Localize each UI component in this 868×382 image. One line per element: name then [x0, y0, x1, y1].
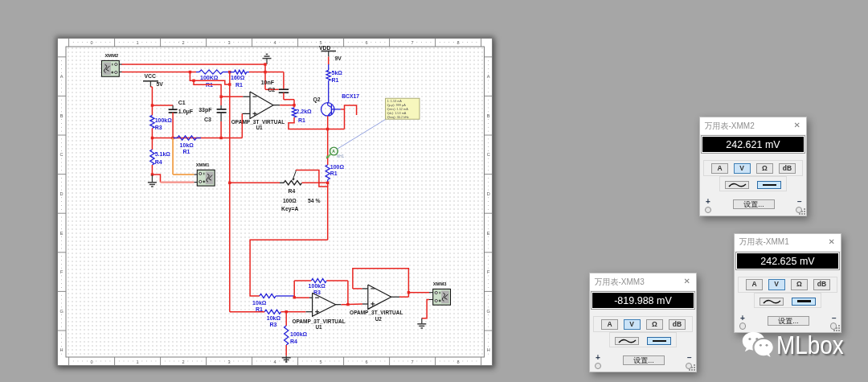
svg-text:0: 0: [90, 359, 92, 364]
svg-text:2.2kΩ: 2.2kΩ: [297, 109, 313, 114]
svg-text:3: 3: [227, 359, 230, 364]
svg-text:100Ω: 100Ω: [330, 164, 345, 170]
svg-text:100KΩ: 100KΩ: [200, 75, 219, 80]
svg-text:B: B: [60, 113, 63, 118]
svg-text:G: G: [59, 309, 63, 314]
svg-text:10kΩ: 10kΩ: [267, 315, 281, 321]
svg-text:OPAMP_3T_VIRTUAL: OPAMP_3T_VIRTUAL: [350, 310, 403, 315]
svg-text:R1: R1: [330, 170, 338, 176]
svg-text:F: F: [487, 269, 490, 274]
svg-text:R4: R4: [289, 188, 296, 194]
svg-text:R1: R1: [183, 149, 190, 154]
svg-text:XMM3: XMM3: [433, 281, 448, 286]
svg-text:1.0μF: 1.0μF: [178, 109, 194, 115]
svg-text:10kΩ: 10kΩ: [252, 300, 267, 306]
svg-text:7: 7: [411, 359, 413, 364]
svg-text:VCC: VCC: [145, 73, 156, 79]
svg-text:XMM2: XMM2: [105, 53, 119, 58]
svg-text:C3: C3: [204, 117, 211, 122]
svg-text:F: F: [60, 269, 63, 274]
svg-text:E: E: [60, 231, 63, 236]
svg-text:10kΩ: 10kΩ: [180, 142, 194, 148]
svg-text:4: 4: [273, 359, 276, 364]
svg-text:8: 8: [457, 359, 459, 364]
svg-text:R1: R1: [298, 117, 305, 123]
svg-text:XMM1: XMM1: [196, 162, 211, 167]
svg-text:C1: C1: [178, 100, 186, 105]
svg-text:U2: U2: [375, 316, 383, 322]
svg-text:A: A: [60, 74, 63, 79]
svg-text:U1: U1: [315, 324, 322, 330]
svg-text:Key=A: Key=A: [281, 206, 298, 212]
svg-text:1: 1: [136, 40, 138, 45]
svg-text:BCX17: BCX17: [342, 93, 359, 99]
svg-text:B: B: [487, 113, 490, 118]
svg-text:I(freq): 30.2 kHz: I(freq): 30.2 kHz: [387, 116, 409, 119]
svg-text:5: 5: [319, 359, 321, 364]
svg-text:2: 2: [182, 359, 184, 364]
svg-text:I(rms): 1.52 mA: I(rms): 1.52 mA: [387, 108, 409, 111]
svg-text:10nF: 10nF: [261, 80, 275, 85]
svg-text:9V: 9V: [335, 55, 342, 61]
svg-text:1: 1: [136, 359, 138, 364]
svg-text:C: C: [487, 152, 490, 157]
svg-text:H: H: [60, 347, 63, 352]
svg-text:U1: U1: [256, 125, 264, 130]
svg-text:4: 4: [273, 40, 276, 45]
svg-text:NH1: NH1: [337, 154, 344, 158]
svg-text:E: E: [487, 231, 490, 236]
svg-text:C: C: [60, 152, 63, 157]
svg-text:0: 0: [90, 40, 92, 45]
svg-text:5.1kΩ: 5.1kΩ: [155, 151, 171, 157]
svg-text:R4: R4: [290, 339, 297, 344]
svg-text:5V: 5V: [157, 81, 164, 87]
svg-text:100Ω: 100Ω: [283, 198, 297, 203]
svg-text:R3: R3: [155, 125, 162, 130]
svg-text:3: 3: [227, 40, 230, 45]
svg-text:8: 8: [457, 40, 459, 45]
svg-text:VDD: VDD: [319, 45, 330, 51]
svg-text:6: 6: [365, 359, 367, 364]
svg-text:A: A: [487, 74, 490, 79]
svg-text:R1: R1: [332, 77, 339, 83]
svg-text:R1: R1: [235, 82, 243, 88]
svg-text:R3: R3: [313, 290, 321, 295]
svg-text:100kΩ: 100kΩ: [155, 117, 173, 123]
svg-text:1: 1.53 mA: 1: 1.53 mA: [387, 100, 403, 103]
svg-text:54 %: 54 %: [308, 198, 321, 203]
svg-text:A: A: [332, 149, 335, 154]
svg-text:2: 2: [182, 40, 184, 45]
svg-text:C2: C2: [268, 87, 275, 92]
svg-text:D: D: [487, 191, 490, 196]
svg-text:I(p-p): 999 μA: I(p-p): 999 μA: [387, 104, 407, 107]
svg-text:7: 7: [411, 40, 413, 45]
svg-text:OPAMP_3T_VIRTUAL: OPAMP_3T_VIRTUAL: [231, 119, 285, 125]
svg-text:160Ω: 160Ω: [231, 75, 245, 80]
svg-text:H: H: [487, 347, 490, 352]
svg-text:R1: R1: [256, 306, 263, 312]
svg-text:100kΩ: 100kΩ: [309, 283, 326, 289]
svg-text:G: G: [487, 309, 490, 314]
svg-text:I(dc): 1.53 mA: I(dc): 1.53 mA: [387, 112, 407, 115]
svg-text:R3: R3: [270, 322, 277, 327]
svg-text:D: D: [60, 191, 63, 196]
svg-text:6: 6: [365, 40, 367, 45]
svg-text:R4: R4: [155, 159, 162, 165]
svg-text:5kΩ: 5kΩ: [332, 70, 343, 76]
svg-text:100kΩ: 100kΩ: [290, 331, 308, 337]
svg-text:Q2: Q2: [313, 97, 321, 103]
svg-text:33pF: 33pF: [199, 107, 212, 113]
